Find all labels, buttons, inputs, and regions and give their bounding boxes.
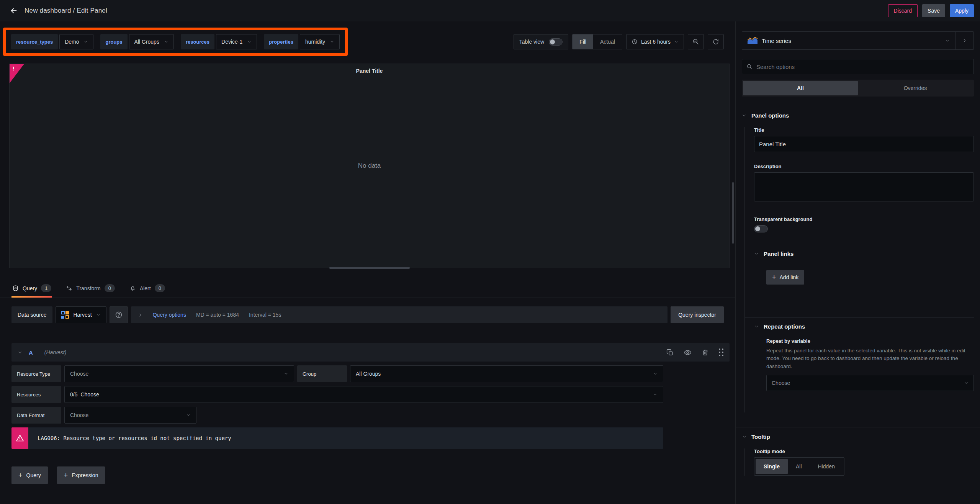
chevron-down-icon — [674, 39, 679, 44]
data-format-select[interactable]: Choose — [64, 407, 196, 424]
variable-properties: properties humidity — [264, 34, 340, 49]
apply-button[interactable]: Apply — [950, 4, 974, 17]
repeat-description: Repeat this panel for each value in the … — [766, 347, 974, 370]
transparent-bg-toggle[interactable] — [754, 225, 768, 232]
resources-count: 0/5 — [70, 391, 77, 398]
discard-button[interactable]: Discard — [888, 4, 918, 17]
tab-transform[interactable]: Transform 0 — [65, 279, 116, 298]
resource-type-value: Choose — [70, 371, 88, 377]
data-format-label: Data Format — [11, 407, 61, 424]
datasource-picker[interactable]: Harvest — [56, 306, 106, 323]
filter-tab-overrides[interactable]: Overrides — [858, 81, 973, 95]
zoom-out-icon — [692, 38, 699, 45]
chevron-down-icon — [96, 313, 101, 317]
collapse-options-button[interactable] — [955, 32, 973, 49]
plus-icon: + — [64, 471, 68, 479]
variable-value-dropdown[interactable]: humidity — [300, 34, 340, 49]
tooltip-header[interactable]: Tooltip — [742, 434, 974, 440]
section-heading: Repeat options — [764, 323, 805, 330]
page-title: New dashboard / Edit Panel — [25, 7, 107, 15]
visualization-current[interactable]: Time series — [742, 32, 955, 49]
panel-links-content: + Add link — [757, 260, 974, 305]
tooltip-mode-hidden[interactable]: Hidden — [810, 459, 843, 474]
variables-highlight-annotation: resource_types Demo groups All Groups re… — [3, 28, 348, 56]
resources-row: Resources 0/5 Choose — [11, 386, 663, 403]
panel-options-header[interactable]: Panel options — [742, 112, 974, 119]
tooltip-content: Tooltip mode Single All Hidden — [744, 448, 974, 476]
tooltip-section: Tooltip Tooltip mode Single All Hidden — [736, 427, 980, 481]
back-button[interactable] — [6, 3, 21, 18]
search-icon — [746, 64, 753, 70]
tab-query[interactable]: Query 1 — [11, 279, 52, 298]
chevron-down-icon — [742, 113, 747, 118]
fill-actual-switch: Fill Actual — [572, 34, 622, 49]
options-search-input[interactable] — [756, 64, 969, 70]
transform-icon — [66, 285, 72, 291]
variable-label: groups — [100, 34, 127, 49]
variable-value-dropdown[interactable]: Device-1 — [216, 34, 257, 49]
variable-value-dropdown[interactable]: All Groups — [129, 34, 174, 49]
datasource-help-button[interactable] — [110, 306, 128, 323]
resource-type-select[interactable]: Choose — [64, 365, 294, 382]
delete-query-icon[interactable] — [702, 349, 709, 356]
chevron-down-icon — [742, 434, 747, 439]
panel-description-input[interactable] — [754, 172, 974, 201]
panel-resize-handle[interactable] — [329, 267, 410, 269]
duplicate-query-icon[interactable] — [666, 349, 674, 356]
arrow-left-icon — [10, 7, 18, 15]
tooltip-mode-switch: Single All Hidden — [754, 457, 844, 476]
query-inspector-button[interactable]: Query inspector — [671, 306, 724, 323]
repeat-options-header[interactable]: Repeat options — [754, 323, 974, 330]
visualization-picker[interactable]: Time series — [742, 31, 974, 50]
drag-handle-icon[interactable] — [719, 349, 723, 356]
query-editor-card: A (Harvest) Resource Type Choose Group A… — [11, 343, 724, 449]
filter-tab-all[interactable]: All — [743, 81, 858, 95]
query-options-link[interactable]: Query options — [153, 312, 186, 318]
chevron-down-icon — [164, 39, 169, 44]
chevron-down-icon — [945, 38, 950, 43]
variable-resources: resources Device-1 — [181, 34, 257, 49]
fill-option[interactable]: Fill — [573, 34, 593, 49]
variable-selected-value: humidity — [305, 39, 325, 45]
resource-type-row: Resource Type Choose Group All Groups — [11, 365, 663, 382]
panel-links-header[interactable]: Panel links — [754, 250, 974, 257]
panel-options-section: Panel options Title Description Transpar… — [736, 106, 980, 418]
query-error-bar: LAG006: Resource type or resources id no… — [11, 427, 663, 449]
resources-select[interactable]: 0/5 Choose — [64, 386, 663, 403]
clock-icon — [632, 39, 638, 45]
table-view-toggle[interactable] — [549, 38, 563, 46]
actual-option[interactable]: Actual — [593, 34, 622, 49]
refresh-icon — [712, 38, 719, 45]
chevron-down-icon — [247, 39, 252, 44]
add-link-button[interactable]: + Add link — [766, 270, 804, 285]
query-row-header[interactable]: A (Harvest) — [11, 343, 730, 362]
refresh-button[interactable] — [708, 34, 724, 49]
add-query-button[interactable]: + Query — [11, 466, 48, 484]
tab-alert[interactable]: Alert 0 — [129, 279, 166, 298]
repeat-variable-select[interactable]: Choose — [766, 375, 974, 391]
options-filter-tabs: All Overrides — [742, 80, 974, 97]
add-expression-label: Expression — [72, 472, 98, 478]
variable-value-dropdown[interactable]: Demo — [59, 34, 93, 49]
main-scrollbar-thumb[interactable] — [732, 182, 734, 244]
variable-selected-value: Device-1 — [221, 39, 242, 45]
group-select[interactable]: All Groups — [350, 365, 663, 382]
tooltip-mode-all[interactable]: All — [788, 459, 810, 474]
plus-icon: + — [772, 273, 776, 281]
datasource-row: Data source Harvest Query options MD = a… — [11, 306, 724, 323]
data-format-row: Data Format Choose — [11, 407, 663, 424]
table-view-control: Table view — [514, 34, 568, 49]
question-circle-icon — [115, 311, 123, 319]
options-search[interactable] — [742, 59, 974, 74]
save-button[interactable]: Save — [922, 4, 945, 17]
zoom-out-button[interactable] — [688, 34, 704, 49]
add-expression-button[interactable]: + Expression — [57, 466, 105, 484]
time-range-picker[interactable]: Last 6 hours — [626, 34, 684, 49]
description-field-label: Description — [754, 164, 974, 169]
panel-title-input[interactable] — [754, 136, 974, 152]
chevron-right-icon[interactable] — [138, 313, 143, 317]
interval-text: Interval = 15s — [249, 312, 281, 318]
hide-query-icon[interactable] — [684, 349, 692, 357]
tooltip-mode-single[interactable]: Single — [756, 459, 788, 474]
query-actions: + Query + Expression — [11, 466, 724, 484]
